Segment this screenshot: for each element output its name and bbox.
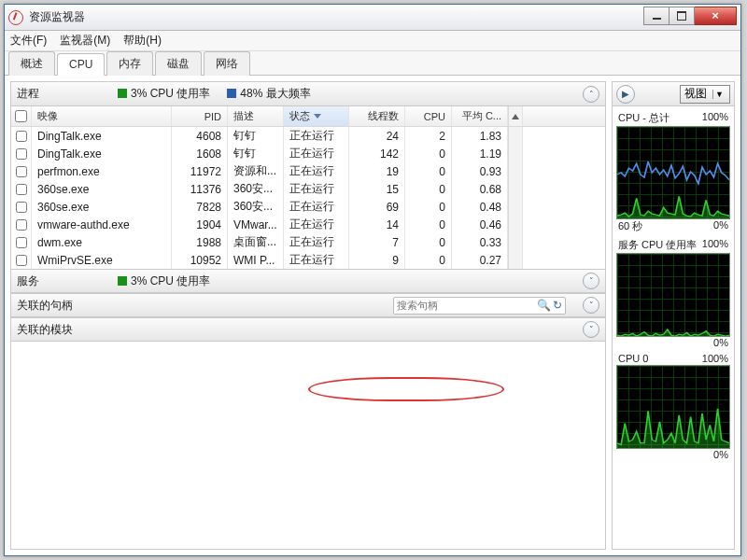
cell-threads: 7 (349, 233, 405, 251)
table-row[interactable]: dwm.exe1988桌面窗...正在运行700.33 (11, 233, 605, 251)
tab-cpu[interactable]: CPU (57, 53, 105, 76)
chart-foot-right: 0% (713, 449, 728, 460)
select-all-checkbox[interactable] (15, 110, 27, 122)
collapse-processes-button[interactable]: ˄ (583, 86, 599, 103)
app-window: 资源监视器 × 文件(F) 监视器(M) 帮助(H) 概述 CPU 内存 磁盘 … (4, 4, 741, 556)
col-status[interactable]: 状态 (284, 106, 349, 126)
scrollbar-track[interactable] (508, 145, 523, 162)
menu-monitor[interactable]: 监视器(M) (60, 33, 110, 49)
cell-avg: 0.46 (452, 216, 508, 233)
menu-bar: 文件(F) 监视器(M) 帮助(H) (5, 31, 740, 51)
blue-square-icon (227, 89, 236, 98)
col-threads[interactable]: 线程数 (349, 106, 405, 126)
row-checkbox[interactable] (16, 166, 27, 177)
row-checkbox[interactable] (16, 148, 27, 160)
chart-title: 服务 CPU 使用率 (618, 238, 697, 252)
section-handles-title: 关联的句柄 (17, 298, 101, 314)
section-handles-header[interactable]: 关联的句柄 🔍 ↻ ˅ (11, 293, 605, 317)
title-bar[interactable]: 资源监视器 × (5, 5, 740, 31)
cell-avg: 0.68 (452, 180, 508, 198)
table-row[interactable]: DingTalk.exe4608钉钉正在运行2421.83 (11, 127, 605, 145)
row-checkbox[interactable] (16, 131, 27, 142)
table-row[interactable]: perfmon.exe11972资源和...正在运行1900.93 (11, 162, 605, 180)
search-icon[interactable]: 🔍 (537, 299, 551, 312)
col-cpu[interactable]: CPU (405, 106, 452, 126)
tab-network[interactable]: 网络 (204, 51, 250, 76)
scrollbar-track[interactable] (508, 233, 523, 251)
app-icon (8, 10, 23, 25)
cell-cpu: 0 (405, 180, 452, 198)
green-square-icon (118, 89, 127, 98)
view-combo[interactable]: 视图 ▼ (680, 85, 730, 104)
row-checkbox[interactable] (16, 219, 27, 231)
window-title: 资源监视器 (29, 9, 644, 25)
scrollbar-track[interactable] (508, 180, 523, 198)
col-image[interactable]: 映像 (32, 106, 172, 126)
services-cpu-usage: 3% CPU 使用率 (118, 273, 210, 289)
section-processes-header[interactable]: 进程 3% CPU 使用率 48% 最大频率 ˄ (11, 82, 605, 106)
table-row[interactable]: vmware-authd.exe1904VMwar...正在运行1400.46 (11, 216, 605, 233)
minimize-button[interactable] (643, 7, 669, 25)
scroll-up-button[interactable] (508, 106, 523, 126)
col-avg[interactable]: 平均 C... (452, 106, 508, 126)
cell-desc: 钉钉 (228, 127, 284, 145)
refresh-icon[interactable]: ↻ (553, 299, 562, 312)
scrollbar-track[interactable] (508, 162, 523, 180)
cell-threads: 14 (349, 216, 405, 233)
table-row[interactable]: 360se.exe7828360安...正在运行6900.48 (11, 198, 605, 216)
table-row[interactable]: DingTalk.exe1608钉钉正在运行14201.19 (11, 145, 605, 162)
search-handles-input[interactable]: 🔍 ↻ (393, 297, 566, 315)
svg-marker-2 (617, 409, 729, 448)
maximize-button[interactable] (669, 7, 695, 25)
section-services-header[interactable]: 服务 3% CPU 使用率 ˅ (11, 269, 605, 293)
cell-cpu: 0 (405, 145, 452, 162)
scrollbar-track[interactable] (508, 127, 523, 145)
cell-cpu: 0 (405, 162, 452, 180)
close-button[interactable]: × (694, 7, 737, 25)
side-panel: ▶ 视图 ▼ CPU - 总计100%60 秒0%服务 CPU 使用率100%0… (612, 81, 735, 550)
expand-services-button[interactable]: ˅ (583, 273, 599, 289)
cell-avg: 0.48 (452, 198, 508, 216)
row-checkbox[interactable] (16, 184, 27, 195)
tab-overview[interactable]: 概述 (8, 51, 55, 76)
expand-modules-button[interactable]: ˅ (583, 321, 599, 338)
cell-status: 正在运行 (284, 127, 349, 145)
row-checkbox[interactable] (16, 255, 27, 266)
chart-area (616, 365, 730, 449)
table-row[interactable]: 360se.exe11376360安...正在运行1500.68 (11, 180, 605, 198)
cell-threads: 142 (349, 145, 405, 162)
scrollbar-track[interactable] (508, 198, 523, 216)
col-desc[interactable]: 描述 (228, 106, 284, 126)
section-modules-header[interactable]: 关联的模块 ˅ (11, 317, 605, 342)
search-wrap: 🔍 ↻ (118, 297, 566, 315)
col-check[interactable] (11, 106, 32, 126)
expand-handles-button[interactable]: ˅ (583, 297, 599, 314)
cell-image: perfmon.exe (32, 162, 172, 180)
scrollbar-track[interactable] (508, 251, 523, 269)
cell-avg: 1.19 (452, 145, 508, 162)
cell-status: 正在运行 (284, 233, 349, 251)
chart-foot-right: 0% (713, 219, 728, 233)
nav-prev-button[interactable]: ▶ (616, 85, 635, 104)
cell-threads: 69 (349, 198, 405, 216)
col-pid[interactable]: PID (172, 106, 228, 126)
tab-disk[interactable]: 磁盘 (155, 51, 202, 76)
chart-title: CPU - 总计 (618, 111, 669, 125)
row-checkbox[interactable] (16, 237, 27, 248)
cell-desc: 360安... (228, 198, 284, 216)
menu-help[interactable]: 帮助(H) (123, 33, 162, 49)
annotation-oval (308, 377, 504, 401)
chart-title: CPU 0 (618, 353, 648, 364)
search-input[interactable] (397, 300, 533, 311)
section-processes-title: 进程 (17, 86, 101, 102)
cell-desc: 桌面窗... (228, 233, 284, 251)
cell-pid: 10952 (172, 251, 228, 269)
side-toolbar: ▶ 视图 ▼ (613, 82, 734, 106)
row-checkbox[interactable] (16, 202, 27, 213)
menu-file[interactable]: 文件(F) (10, 33, 47, 49)
tab-memory[interactable]: 内存 (106, 51, 153, 76)
cell-threads: 9 (349, 251, 405, 269)
table-row[interactable]: WmiPrvSE.exe10952WMI P...正在运行900.27 (11, 251, 605, 269)
cell-desc: VMwar... (228, 216, 284, 233)
scrollbar-track[interactable] (508, 216, 523, 233)
